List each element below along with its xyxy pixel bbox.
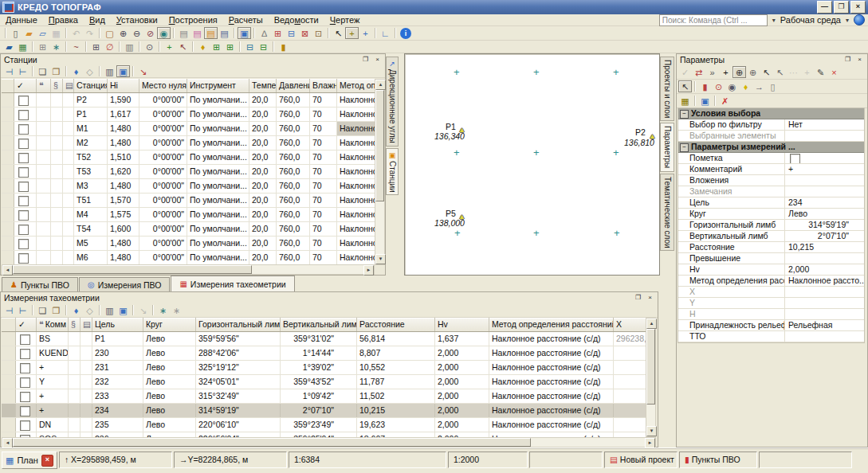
column-header[interactable]: Метод определения расстояний: [489, 318, 614, 331]
cell[interactable]: 20,0: [249, 179, 277, 193]
picker-icon[interactable]: ✎: [814, 66, 827, 78]
frame-mode-icon[interactable]: ∟: [379, 27, 392, 39]
cell[interactable]: 760,0: [277, 136, 310, 150]
cell[interactable]: Наклонное: [337, 122, 375, 135]
column-header[interactable]: §: [51, 79, 63, 92]
column-header[interactable]: Влажн: [310, 79, 337, 92]
layer-preview-icon[interactable]: ▤: [218, 27, 231, 39]
cell[interactable]: 760,0: [277, 251, 310, 264]
project-properties-icon[interactable]: ▦: [16, 41, 29, 53]
append-row-icon[interactable]: ⊢: [16, 65, 29, 77]
cell[interactable]: Наклонное: [337, 179, 375, 193]
cell[interactable]: 220°06'10": [196, 418, 281, 432]
cell[interactable]: Наклонное расстояние (с/д): [489, 375, 614, 389]
point-marker-icon[interactable]: ▲: [649, 132, 656, 140]
tab-direction-angles[interactable]: ↗Дирекционные углы: [386, 57, 399, 147]
column-header[interactable]: §: [69, 318, 81, 331]
cell[interactable]: 70: [310, 93, 337, 107]
checkbox-cell[interactable]: [16, 375, 37, 389]
menu-drawing[interactable]: Чертеж: [324, 14, 366, 25]
highlight-on-icon[interactable]: ♦: [69, 65, 83, 77]
property-row[interactable]: Расстояние10,215: [678, 242, 864, 253]
row-gutter[interactable]: [63, 179, 74, 193]
cell[interactable]: 20,0: [249, 222, 277, 236]
column-header[interactable]: ▤: [81, 318, 92, 331]
cell[interactable]: T51: [74, 194, 108, 207]
table-link-icon[interactable]: ⊞: [89, 41, 103, 53]
row-checkbox[interactable]: [20, 392, 30, 402]
row-gutter[interactable]: [51, 165, 63, 178]
property-value[interactable]: Лево: [785, 209, 864, 219]
cell[interactable]: Наклонное расстояние (с/д): [489, 418, 614, 432]
point-marker-icon[interactable]: ▲: [458, 126, 465, 134]
cell[interactable]: По умолчани...: [187, 150, 249, 164]
workspace-globe-icon[interactable]: [854, 14, 865, 25]
checkbox-cell[interactable]: [14, 150, 37, 164]
row-checkbox[interactable]: [18, 153, 29, 163]
property-checkbox[interactable]: [790, 154, 800, 163]
property-row[interactable]: Выбранные элементы: [678, 131, 864, 142]
column-header[interactable]: Круг: [143, 318, 196, 331]
column-header[interactable]: ❝: [37, 79, 51, 92]
float-panel-icon[interactable]: ❐: [842, 54, 854, 65]
cell[interactable]: Наклонное: [337, 236, 375, 250]
row-gutter[interactable]: [37, 93, 51, 107]
checkbox-cell[interactable]: [16, 332, 37, 346]
layer-book-icon[interactable]: ▮: [698, 80, 712, 92]
property-value[interactable]: 2°07'10": [785, 231, 864, 241]
property-value[interactable]: +: [785, 164, 864, 174]
cell[interactable]: Лево: [143, 404, 196, 417]
cell[interactable]: 325°19'12": [196, 361, 281, 374]
column-header[interactable]: Темпе: [249, 79, 277, 92]
cell[interactable]: Наклонное: [337, 222, 375, 236]
table-row[interactable]: +231Лево325°19'12"1°39'02"10,5522,000Нак…: [2, 361, 646, 375]
chart-create-icon[interactable]: ⊞: [271, 27, 285, 39]
cell[interactable]: 0°00'00": [139, 122, 187, 135]
table-row[interactable]: T541,6000°00'00"По умолчани...20,0760,07…: [2, 222, 375, 236]
layer-sheet-icon[interactable]: ▤: [190, 27, 204, 39]
scroll-left-icon[interactable]: ◄: [2, 265, 13, 276]
row-checkbox[interactable]: [20, 363, 30, 373]
row-gutter[interactable]: [69, 346, 81, 360]
column-header[interactable]: Метод опр: [337, 79, 375, 92]
checkbox-cell[interactable]: [14, 179, 37, 193]
station-export-icon[interactable]: ⊟: [257, 41, 270, 53]
checkbox-cell[interactable]: [14, 194, 37, 207]
table-row[interactable]: T511,5700°00'00"По умолчани...20,0760,07…: [2, 194, 375, 208]
cell[interactable]: 760,0: [277, 93, 310, 107]
cell[interactable]: 2,000: [435, 404, 489, 417]
cell[interactable]: 20,0: [249, 236, 277, 250]
property-row[interactable]: Hv2,000: [678, 264, 864, 276]
cell[interactable]: 1,480: [108, 122, 139, 135]
import-measurements-icon[interactable]: ♦: [196, 41, 210, 53]
workspace-dropdown-icon[interactable]: ▾: [843, 17, 851, 24]
cell[interactable]: 0°00'00": [139, 150, 187, 164]
scheme-editor-icon[interactable]: ⊞: [36, 41, 49, 53]
cell[interactable]: Лево: [143, 389, 196, 403]
cell[interactable]: По умолчани...: [187, 108, 249, 121]
checkbox-cell[interactable]: [14, 251, 37, 264]
scroll-down-icon[interactable]: ▼: [646, 426, 657, 436]
cell[interactable]: 1°09'42": [281, 389, 357, 403]
copy-rows-icon[interactable]: ❏: [36, 65, 49, 77]
plan-view[interactable]: +++++++++P1136,340▲P2136,810▲P5138,000▲: [404, 53, 660, 276]
table-settings-icon[interactable]: ▣: [116, 304, 130, 316]
cell[interactable]: Наклонное расстояние (с/д): [489, 404, 614, 417]
cell[interactable]: 1°14'44": [281, 346, 357, 360]
property-value[interactable]: [785, 309, 864, 319]
cell[interactable]: 233: [92, 389, 143, 403]
tab-tacheometry[interactable]: ▦Измерения тахеометрии: [171, 276, 294, 291]
row-gutter[interactable]: [51, 222, 63, 236]
cell[interactable]: 231: [92, 361, 143, 374]
cell[interactable]: 1,600: [108, 222, 139, 236]
row-checkbox[interactable]: [18, 210, 29, 221]
row-checkbox[interactable]: [18, 253, 29, 264]
cell[interactable]: 70: [310, 208, 337, 221]
cell[interactable]: 0°00'00": [139, 179, 187, 193]
column-header[interactable]: Место нуля: [139, 79, 187, 92]
cell[interactable]: Наклонное: [337, 194, 375, 207]
table-row[interactable]: Y232Лево324°05'01"359°43'52"11,7872,000Н…: [2, 375, 646, 389]
row-checkbox[interactable]: [20, 420, 30, 431]
row-gutter[interactable]: [37, 208, 51, 221]
cell[interactable]: 760,0: [277, 208, 310, 221]
